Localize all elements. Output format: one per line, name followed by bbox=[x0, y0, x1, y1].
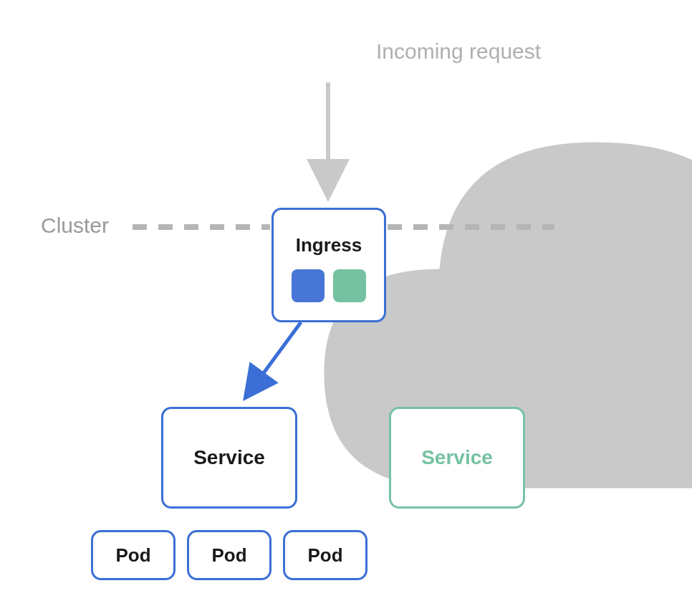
route-green-icon bbox=[333, 269, 366, 302]
pod-box-3: Pod bbox=[283, 530, 367, 580]
route-blue-icon bbox=[292, 269, 325, 302]
pod-2-label: Pod bbox=[211, 544, 246, 567]
cluster-boundary-left bbox=[133, 224, 270, 230]
service-green-box: Service bbox=[389, 407, 525, 509]
pod-box-2: Pod bbox=[187, 530, 271, 580]
service-green-label: Service bbox=[421, 446, 493, 469]
ingress-diagram: Incoming request Cluster Ingress Service… bbox=[0, 0, 692, 616]
ingress-label: Ingress bbox=[296, 234, 362, 256]
incoming-request-label: Incoming request bbox=[376, 39, 541, 64]
cluster-label: Cluster bbox=[41, 213, 109, 238]
pod-3-label: Pod bbox=[307, 544, 342, 567]
ingress-box: Ingress bbox=[271, 208, 386, 322]
cluster-boundary-right bbox=[388, 224, 554, 230]
pod-1-label: Pod bbox=[115, 544, 150, 567]
arrow-ingress-blue bbox=[247, 322, 301, 395]
pod-box-1: Pod bbox=[91, 530, 176, 580]
arrow-ingress-green bbox=[358, 322, 428, 395]
service-blue-label: Service bbox=[193, 446, 265, 469]
ingress-routes bbox=[292, 269, 366, 302]
service-blue-box: Service bbox=[161, 407, 297, 509]
